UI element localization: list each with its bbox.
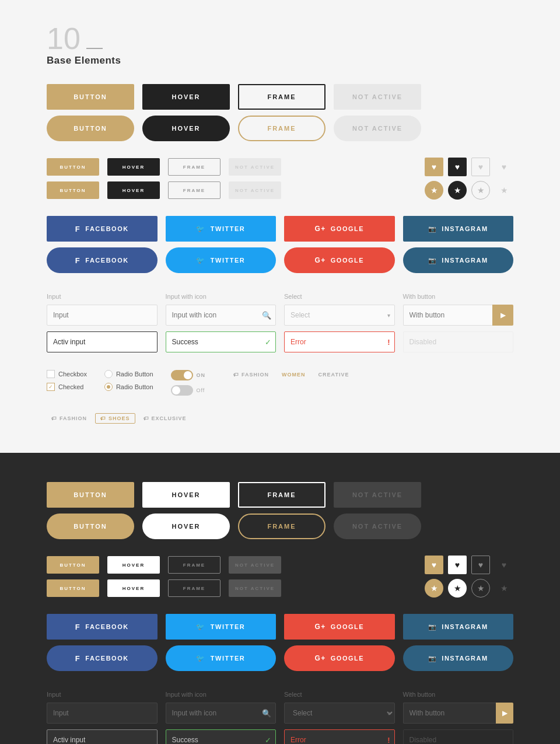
dark-input-with-btn-field[interactable] bbox=[403, 703, 496, 724]
input-with-btn-field[interactable] bbox=[403, 305, 493, 326]
tag-fashion-2[interactable]: 🏷 FASHION bbox=[47, 414, 92, 423]
star-btn-ghost[interactable]: ★ bbox=[495, 181, 513, 200]
dark-facebook-btn-pill[interactable]: f FACEBOOK bbox=[47, 645, 158, 671]
active-input[interactable] bbox=[47, 331, 158, 352]
dark-google-btn-rect[interactable]: g+ GOOGLE bbox=[284, 614, 395, 640]
button-hover-rect[interactable]: HOVER bbox=[142, 84, 230, 110]
dark-google-btn-pill[interactable]: g+ GOOGLE bbox=[284, 645, 395, 671]
input-arrow-btn[interactable]: ▶ bbox=[492, 305, 513, 326]
twitter-label-2: TWITTER bbox=[211, 257, 245, 264]
dark-small-button-frame-1[interactable]: FRAME bbox=[168, 556, 220, 574]
button-gold-pill[interactable]: BUTTON bbox=[47, 116, 134, 141]
radio-unchecked[interactable] bbox=[104, 370, 113, 378]
dark-button-hover-rect[interactable]: HOVER bbox=[142, 482, 230, 508]
checkbox-unchecked[interactable] bbox=[47, 370, 55, 378]
instagram-btn-pill[interactable]: 📷 INSTAGRAM bbox=[403, 247, 514, 273]
heart-btn-frame[interactable]: ♥ bbox=[471, 158, 490, 176]
twitter-btn-pill[interactable]: 🐦 TWITTER bbox=[166, 247, 276, 273]
toggle-off-label: Off bbox=[197, 387, 205, 393]
dark-small-button-hover-2[interactable]: HOVER bbox=[107, 579, 160, 597]
dark-success-input[interactable] bbox=[166, 729, 276, 744]
dark-star-btn-gold[interactable]: ★ bbox=[425, 579, 443, 598]
dark-input-with-icon-field[interactable] bbox=[166, 703, 276, 724]
tag-exclusive[interactable]: 🏷 EXCLUSIVE bbox=[139, 414, 191, 423]
success-input[interactable] bbox=[166, 331, 276, 352]
tag-fashion[interactable]: 🏷 FASHION bbox=[229, 370, 274, 379]
dark-facebook-btn-rect[interactable]: f FACEBOOK bbox=[47, 614, 158, 640]
button-gold-rect[interactable]: BUTTON bbox=[47, 84, 134, 110]
tags-group-2: 🏷 FASHION 🏷 SHOES 🏷 EXCLUSIVE bbox=[47, 413, 191, 424]
dark-button-frame-rect[interactable]: FRAME bbox=[238, 482, 326, 508]
dark-select-field[interactable]: Select bbox=[284, 703, 395, 724]
checkbox-checked[interactable]: ✓ bbox=[47, 383, 55, 391]
button-hover-pill[interactable]: HOVER bbox=[142, 116, 230, 141]
dark-heart-btn-ghost[interactable]: ♥ bbox=[495, 556, 513, 574]
facebook-icon-2: f bbox=[75, 256, 80, 265]
heart-btn-dark[interactable]: ♥ bbox=[448, 158, 467, 176]
input-with-icon-label: Input with icon bbox=[166, 293, 206, 300]
toggle-on[interactable] bbox=[171, 370, 193, 380]
dark-button-gold-rect[interactable]: BUTTON bbox=[47, 482, 134, 508]
dark-instagram-btn-pill[interactable]: 📷 INSTAGRAM bbox=[403, 645, 514, 671]
radio-checked[interactable] bbox=[104, 383, 113, 391]
select-field[interactable]: Select bbox=[284, 305, 395, 326]
radio-item-1[interactable]: Radio Button bbox=[104, 370, 153, 378]
dark-error-input[interactable] bbox=[284, 729, 395, 744]
small-button-gold-1[interactable]: BUTTON bbox=[47, 158, 99, 176]
dark-heart-btn-white[interactable]: ♥ bbox=[448, 556, 467, 574]
dark-small-button-frame-2[interactable]: FRAME bbox=[168, 579, 220, 597]
dark-button-hover-pill[interactable]: HOVER bbox=[142, 514, 230, 539]
dark-small-button-gold-1[interactable]: BUTTON bbox=[47, 556, 99, 574]
dark-button-frame-pill[interactable]: FRAME bbox=[238, 514, 326, 539]
dark-button-gold-pill[interactable]: BUTTON bbox=[47, 514, 134, 539]
radio-item-2[interactable]: Radio Button bbox=[104, 383, 153, 391]
star-btn-gold[interactable]: ★ bbox=[425, 181, 443, 200]
dark-heart-btn-gold[interactable]: ♥ bbox=[425, 556, 443, 574]
button-frame-rect[interactable]: FRAME bbox=[238, 84, 326, 110]
dark-star-btn-ghost[interactable]: ★ bbox=[495, 579, 513, 598]
button-frame-pill[interactable]: FRAME bbox=[238, 116, 326, 141]
google-btn-pill[interactable]: g+ GOOGLE bbox=[284, 247, 395, 273]
small-button-hover-1[interactable]: HOVER bbox=[107, 158, 160, 176]
input-fields-row-2: ✓ ! bbox=[47, 331, 513, 352]
input-label: Input bbox=[47, 293, 61, 300]
dark-twitter-btn-rect[interactable]: 🐦 TWITTER bbox=[166, 614, 276, 640]
instagram-btn-rect[interactable]: 📷 INSTAGRAM bbox=[403, 216, 514, 242]
small-button-gold-2[interactable]: BUTTON bbox=[47, 181, 99, 199]
heart-btn-gold[interactable]: ♥ bbox=[425, 158, 443, 176]
dark-twitter-btn-pill[interactable]: 🐦 TWITTER bbox=[166, 645, 276, 671]
toggle-on-wrap[interactable]: ON bbox=[171, 370, 206, 380]
dark-star-btn-white[interactable]: ★ bbox=[448, 579, 467, 598]
checkbox-unchecked-item[interactable]: Checkbox bbox=[47, 370, 87, 378]
facebook-btn-pill[interactable]: f FACEBOOK bbox=[47, 247, 158, 273]
tag-creative[interactable]: CREATIVE bbox=[314, 370, 354, 379]
star-btn-frame[interactable]: ★ bbox=[471, 181, 490, 200]
toggle-off[interactable] bbox=[171, 385, 193, 396]
heart-btn-ghost[interactable]: ♥ bbox=[495, 158, 513, 176]
checkbox-checked-item[interactable]: ✓ Checked bbox=[47, 383, 87, 391]
dark-active-input[interactable] bbox=[47, 729, 158, 744]
small-button-hover-2[interactable]: HOVER bbox=[107, 181, 160, 199]
error-input[interactable] bbox=[284, 331, 395, 352]
dark-plain-input[interactable] bbox=[47, 703, 158, 724]
tag-shoes[interactable]: 🏷 SHOES bbox=[95, 413, 135, 424]
input-with-icon-field[interactable] bbox=[166, 305, 276, 326]
toggle-off-wrap[interactable]: Off bbox=[171, 385, 206, 396]
small-button-frame-1[interactable]: FRAME bbox=[168, 158, 220, 176]
facebook-icon: f bbox=[75, 225, 80, 233]
dark-select-label: Select bbox=[284, 691, 302, 698]
google-btn-rect[interactable]: g+ GOOGLE bbox=[284, 216, 395, 242]
dark-heart-btn-frame[interactable]: ♥ bbox=[471, 556, 490, 574]
dark-input-arrow-btn[interactable]: ▶ bbox=[496, 703, 513, 724]
facebook-btn-rect[interactable]: f FACEBOOK bbox=[47, 216, 158, 242]
plain-input[interactable] bbox=[47, 305, 158, 326]
dark-instagram-btn-rect[interactable]: 📷 INSTAGRAM bbox=[403, 614, 514, 640]
dark-twitter-icon-2: 🐦 bbox=[196, 654, 206, 662]
star-btn-dark[interactable]: ★ bbox=[448, 181, 467, 200]
twitter-btn-rect[interactable]: 🐦 TWITTER bbox=[166, 216, 276, 242]
small-button-frame-2[interactable]: FRAME bbox=[168, 181, 220, 199]
tag-women[interactable]: WOMEN bbox=[277, 370, 310, 379]
dark-small-button-hover-1[interactable]: HOVER bbox=[107, 556, 160, 574]
dark-star-btn-frame[interactable]: ★ bbox=[471, 579, 490, 598]
dark-small-button-gold-2[interactable]: BUTTON bbox=[47, 579, 99, 597]
